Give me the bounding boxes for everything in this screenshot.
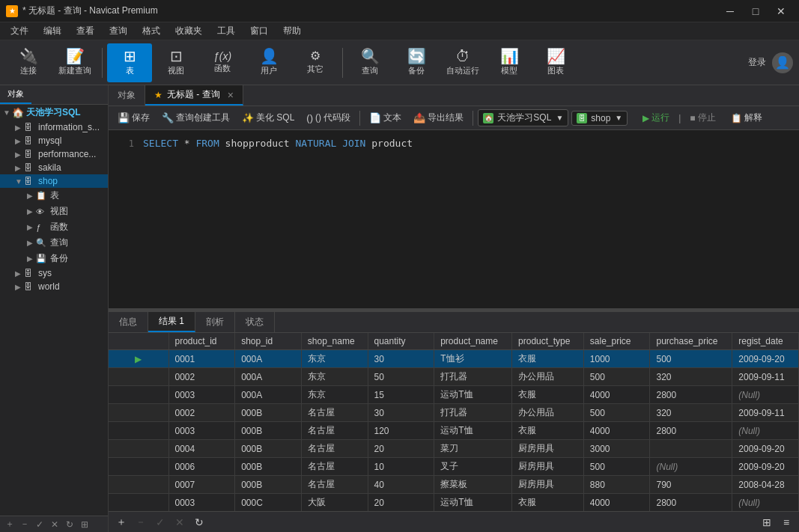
- sidebar-item-shop-functions[interactable]: ▶ ƒ 函数: [0, 219, 108, 235]
- cell-product_name: 打孔器: [434, 368, 512, 386]
- toolbar-view[interactable]: ⊡ 视图: [154, 43, 198, 82]
- close-button[interactable]: ✕: [769, 4, 793, 19]
- grid-toolbar: ＋ － ✓ ✕ ↻ ⊞ ≡: [109, 511, 799, 532]
- result-tab-result1[interactable]: 结果 1: [148, 312, 195, 332]
- sidebar-remove-button[interactable]: －: [18, 518, 31, 531]
- toolbar-chart[interactable]: 📈 图表: [533, 43, 578, 82]
- sidebar-refresh-button[interactable]: ↻: [63, 518, 76, 531]
- result-tab-status[interactable]: 状态: [235, 312, 275, 332]
- doc-tab-objects[interactable]: 对象: [109, 85, 145, 106]
- menu-tools[interactable]: 工具: [210, 23, 243, 39]
- grid-refresh-button[interactable]: ↻: [191, 514, 207, 531]
- data-grid[interactable]: product_id shop_id shop_name quantity pr…: [109, 333, 799, 511]
- th-shop-name[interactable]: shop_name: [301, 333, 368, 350]
- sidebar-item-shop-backup[interactable]: ▶ 💾 备份: [0, 251, 108, 266]
- th-purchase-price[interactable]: purchase_price: [650, 333, 732, 350]
- toolbar-new-query[interactable]: 📝 新建查询: [52, 43, 97, 82]
- grid-view-button[interactable]: ⊞: [759, 514, 775, 531]
- sidebar-grid-button[interactable]: ⊞: [78, 518, 91, 531]
- cell-product_id: 0007: [168, 476, 235, 494]
- menu-window[interactable]: 窗口: [243, 23, 276, 39]
- sidebar-cancel-button[interactable]: ✕: [48, 518, 61, 531]
- th-shop-id[interactable]: shop_id: [235, 333, 302, 350]
- cell-shop_id: 000A: [235, 350, 302, 368]
- table-row[interactable]: ▶0001000A东京30T恤衫衣服10005002009-09-20: [109, 350, 799, 368]
- table-row[interactable]: 0003000A东京15运动T恤衣服40002800(Null): [109, 386, 799, 404]
- user-avatar[interactable]: 👤: [772, 52, 793, 73]
- sidebar-item-world[interactable]: ▶ 🗄 world: [0, 280, 108, 293]
- text-label: 文本: [383, 111, 401, 124]
- doc-tab-query[interactable]: ★ 无标题 - 查询 ×: [145, 85, 243, 106]
- export-button[interactable]: 📤 导出结果: [409, 110, 468, 126]
- result-tab-info[interactable]: 信息: [109, 312, 148, 332]
- menu-file[interactable]: 文件: [3, 23, 36, 39]
- login-label[interactable]: 登录: [748, 56, 766, 69]
- sidebar-item-sakila[interactable]: ▶ 🗄 sakila: [0, 161, 108, 174]
- sidebar-add-button[interactable]: ＋: [3, 518, 16, 531]
- toolbar-model[interactable]: 📊 模型: [487, 43, 532, 82]
- save-icon: 💾: [118, 112, 130, 123]
- th-product-id[interactable]: product_id: [168, 333, 235, 350]
- toolbar-backup[interactable]: 🔄 备份: [394, 43, 439, 82]
- th-regist-date[interactable]: regist_date: [732, 333, 799, 350]
- grid-info-button[interactable]: ≡: [778, 514, 795, 531]
- save-button[interactable]: 💾 保存: [113, 110, 154, 126]
- table-row[interactable]: 0007000B名古屋40擦菜板厨房用具8807902008-04-28: [109, 476, 799, 494]
- toolbar-connect[interactable]: 🔌 连接: [6, 43, 51, 82]
- grid-add-button[interactable]: ＋: [113, 514, 130, 531]
- table-row[interactable]: 0003000C大阪20运动T恤衣服40002800(Null): [109, 494, 799, 512]
- toolbar-auto-run[interactable]: ⏱ 自动运行: [440, 43, 485, 82]
- table-row[interactable]: 0003000B名古屋120运动T恤衣服40002800(Null): [109, 422, 799, 440]
- snippet-button[interactable]: () () 代码段: [302, 110, 355, 126]
- sql-editor[interactable]: 1 SELECT * FROM shopproduct NATURAL JOIN…: [109, 130, 799, 308]
- sidebar-item-tiandi-root[interactable]: ▼ 🏠 天池学习SQL: [0, 105, 108, 120]
- menu-format[interactable]: 格式: [135, 23, 168, 39]
- explain-button[interactable]: 📋 解释: [725, 110, 768, 126]
- sidebar-item-shop[interactable]: ▼ 🗄 shop: [0, 174, 108, 188]
- table-row[interactable]: 0002000A东京50打孔器办公用品5003202009-09-11: [109, 368, 799, 386]
- cell-product_id: 0004: [168, 440, 235, 458]
- cell-quantity: 10: [368, 458, 434, 476]
- run-button[interactable]: ▶ 运行: [637, 110, 675, 126]
- toolbar-query[interactable]: 🔍 查询: [347, 43, 392, 82]
- beautify-button[interactable]: ✨ 美化 SQL: [237, 110, 299, 126]
- sidebar-item-information[interactable]: ▶ 🗄 information_s...: [0, 120, 108, 134]
- menu-edit[interactable]: 编辑: [36, 23, 69, 39]
- sidebar-item-performance[interactable]: ▶ 🗄 performance...: [0, 147, 108, 161]
- table-row[interactable]: 0004000B名古屋20菜刀厨房用具30002009-09-20: [109, 440, 799, 458]
- menu-help[interactable]: 帮助: [276, 23, 309, 39]
- toolbar-table[interactable]: ⊞ 表: [107, 43, 152, 82]
- menu-favorites[interactable]: 收藏夹: [168, 23, 210, 39]
- sidebar-item-shop-tables[interactable]: ▶ 📋 表: [0, 188, 108, 204]
- toolbar-divider-2: [342, 48, 343, 78]
- doc-tab-close-icon[interactable]: ×: [228, 89, 234, 101]
- sidebar-item-mysql[interactable]: ▶ 🗄 mysql: [0, 134, 108, 147]
- toolbar-function[interactable]: ƒ(x) 函数: [200, 43, 245, 82]
- sidebar-tab-objects[interactable]: 对象: [0, 85, 31, 104]
- maximize-button[interactable]: □: [744, 4, 768, 19]
- window-controls: ─ □ ✕: [718, 4, 793, 19]
- db-selector-2[interactable]: 🗄 shop ▼: [571, 111, 628, 126]
- th-product-name[interactable]: product_name: [434, 333, 512, 350]
- table-row[interactable]: 0006000B名古屋10叉子厨房用具500(Null)2009-09-20: [109, 458, 799, 476]
- sidebar-item-shop-queries[interactable]: ▶ 🔍 查询: [0, 235, 108, 251]
- th-product-type[interactable]: product_type: [512, 333, 584, 350]
- sidebar-item-sys[interactable]: ▶ 🗄 sys: [0, 266, 108, 280]
- db-selector-1[interactable]: 🏠 天池学习SQL ▼: [478, 109, 568, 126]
- table-row[interactable]: 0002000B名古屋30打孔器办公用品5003202009-09-11: [109, 404, 799, 422]
- row-marker: ▶: [109, 350, 168, 368]
- menu-query[interactable]: 查询: [102, 23, 135, 39]
- db-group-icon: 🏠: [12, 107, 24, 118]
- sidebar-item-shop-views[interactable]: ▶ 👁 视图: [0, 204, 108, 219]
- sidebar-check-button[interactable]: ✓: [33, 518, 46, 531]
- result-tab-profile[interactable]: 剖析: [195, 312, 235, 332]
- th-quantity[interactable]: quantity: [368, 333, 434, 350]
- stop-button[interactable]: ■ 停止: [684, 110, 721, 126]
- toolbar-user[interactable]: 👤 用户: [246, 43, 291, 82]
- create-tool-button[interactable]: 🔧 查询创建工具: [157, 110, 234, 126]
- menu-view[interactable]: 查看: [69, 23, 102, 39]
- th-sale-price[interactable]: sale_price: [583, 333, 650, 350]
- minimize-button[interactable]: ─: [718, 4, 742, 19]
- text-button[interactable]: 📄 文本: [365, 110, 406, 126]
- toolbar-other[interactable]: ⚙ 其它: [293, 43, 338, 82]
